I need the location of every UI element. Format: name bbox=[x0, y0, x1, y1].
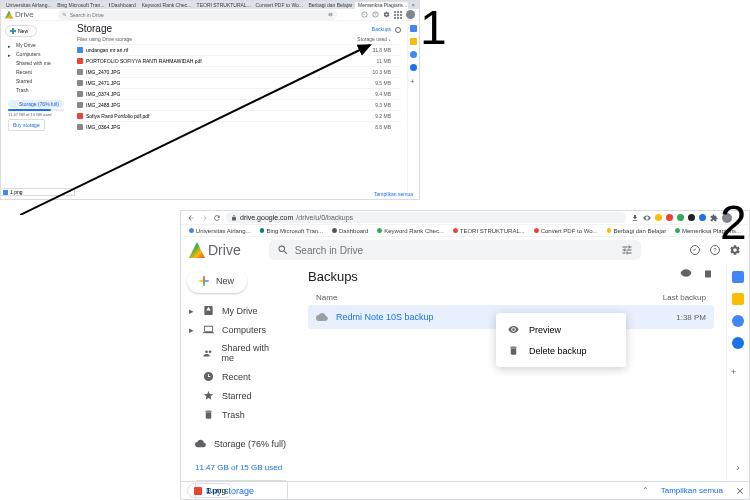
back-button[interactable] bbox=[187, 214, 195, 222]
star-icon bbox=[203, 390, 214, 401]
tune-icon[interactable] bbox=[328, 12, 333, 17]
view-details-icon[interactable] bbox=[680, 267, 692, 279]
download-chip[interactable]: 1.png bbox=[187, 483, 233, 498]
expand-icon[interactable]: ▸ bbox=[189, 325, 195, 335]
extensions-icon[interactable] bbox=[710, 214, 718, 222]
new-button[interactable]: New bbox=[187, 269, 247, 293]
sidebar-item-shared[interactable]: Shared with me bbox=[187, 339, 290, 367]
column-last-backup[interactable]: Last backup bbox=[663, 293, 706, 302]
contacts-icon[interactable] bbox=[732, 337, 744, 349]
sidebar-item-my-drive[interactable]: ▸My Drive bbox=[5, 41, 67, 49]
eye-icon[interactable] bbox=[643, 214, 651, 222]
extension-icon[interactable] bbox=[699, 214, 706, 221]
bookmark-item[interactable]: Convert PDF to Wo... bbox=[530, 227, 602, 235]
browser-tab-active[interactable]: Memeriksa Plagiaris... bbox=[355, 2, 408, 9]
sidebar-item-starred[interactable]: Starred bbox=[187, 386, 290, 405]
keep-icon[interactable] bbox=[732, 293, 744, 305]
column-name[interactable]: Name bbox=[316, 293, 337, 302]
addons-plus-icon[interactable]: + bbox=[410, 77, 417, 86]
search-bar[interactable] bbox=[58, 10, 337, 20]
forward-button[interactable] bbox=[200, 214, 208, 222]
file-row[interactable]: undangan mr ari.rtf31.8 MB bbox=[77, 44, 401, 55]
bookmark-item[interactable]: Universitas Airlang... bbox=[185, 227, 255, 235]
browser-tab[interactable]: Keyword Rank Chec... bbox=[139, 2, 193, 9]
keep-icon[interactable] bbox=[410, 38, 417, 45]
account-avatar[interactable] bbox=[406, 10, 415, 19]
file-row[interactable]: IMG_0374.JPG9.4 MB bbox=[77, 88, 401, 99]
browser-tab[interactable]: TEORI STRUKTURAL... bbox=[194, 2, 252, 9]
calendar-icon[interactable] bbox=[410, 25, 417, 32]
chevron-up-icon[interactable]: ⌃ bbox=[68, 189, 72, 195]
buy-storage-button[interactable]: Buy storage bbox=[8, 119, 45, 131]
extension-icon[interactable] bbox=[677, 214, 684, 221]
extension-icon[interactable] bbox=[666, 214, 673, 221]
addons-plus-icon[interactable]: + bbox=[731, 367, 745, 381]
sidebar-item-starred[interactable]: Starred bbox=[5, 77, 67, 85]
support-icon[interactable]: ? bbox=[372, 11, 379, 18]
show-all-link[interactable]: Tampilkan semua bbox=[374, 191, 407, 197]
drive-logo[interactable]: Drive bbox=[5, 10, 34, 19]
download-icon[interactable] bbox=[631, 214, 639, 222]
tasks-icon[interactable] bbox=[410, 51, 417, 58]
bookmark-item[interactable]: Keyword Rank Chec... bbox=[373, 227, 448, 235]
sidebar-item-storage[interactable]: Storage (76% full) bbox=[195, 438, 288, 449]
browser-tab[interactable]: Berbagi dan Belajar bbox=[305, 2, 354, 9]
ready-offline-icon[interactable] bbox=[361, 11, 368, 18]
bookmark-item[interactable]: Berbagi dan Belajar bbox=[603, 227, 671, 235]
sidebar-item-my-drive[interactable]: ▸My Drive bbox=[187, 301, 290, 320]
sidebar-item-trash[interactable]: Trash bbox=[5, 86, 67, 94]
bookmark-item[interactable]: Dashboard bbox=[328, 227, 372, 235]
annotation-number-1: 1 bbox=[420, 0, 447, 55]
file-row[interactable]: IMG_2471.JPG9.5 MB bbox=[77, 77, 401, 88]
context-menu: Preview Delete backup bbox=[496, 313, 626, 367]
context-preview[interactable]: Preview bbox=[496, 319, 626, 340]
collapse-panel-icon[interactable]: › bbox=[736, 462, 739, 473]
sidebar-item-trash[interactable]: Trash bbox=[187, 405, 290, 424]
file-row[interactable]: IMG_2470.JPG10.3 MB bbox=[77, 66, 401, 77]
drive-logo[interactable]: Drive bbox=[189, 242, 241, 258]
search-bar[interactable] bbox=[269, 240, 641, 260]
search-input[interactable] bbox=[70, 12, 325, 18]
sidebar-item-shared[interactable]: Shared with me bbox=[5, 59, 67, 67]
ready-offline-icon[interactable] bbox=[689, 244, 701, 256]
bookmark-item[interactable]: Bing Microsoft Tran... bbox=[256, 227, 328, 235]
sidebar-item-storage[interactable]: Storage (76% full) bbox=[8, 100, 64, 108]
reload-button[interactable] bbox=[213, 214, 221, 222]
settings-icon[interactable] bbox=[383, 11, 390, 18]
close-icon[interactable] bbox=[735, 486, 745, 496]
show-all-downloads[interactable]: Tampilkan semua bbox=[653, 486, 731, 495]
extension-icon[interactable] bbox=[655, 214, 662, 221]
download-bar: 1.png ⌃ Tampilkan semua bbox=[181, 481, 749, 499]
file-row[interactable]: PORTOFOLIO SOFIYYA RANTI RAHMAWIDAH.pdf1… bbox=[77, 55, 401, 66]
column-storage-used[interactable]: Storage used ↓ bbox=[357, 36, 391, 42]
calendar-icon[interactable] bbox=[732, 271, 744, 283]
new-button[interactable]: New bbox=[5, 25, 37, 37]
apps-icon[interactable] bbox=[394, 11, 402, 19]
contacts-icon[interactable] bbox=[410, 64, 417, 71]
delete-icon[interactable] bbox=[702, 267, 714, 279]
tasks-icon[interactable] bbox=[732, 315, 744, 327]
file-row[interactable]: Sofiya Ranti Portfolio pdf.pdf9.2 MB bbox=[77, 110, 401, 121]
chevron-up-icon[interactable]: ⌃ bbox=[642, 486, 649, 495]
close-icon[interactable]: × bbox=[409, 2, 417, 8]
sidebar-item-recent[interactable]: Recent bbox=[187, 367, 290, 386]
browser-tab[interactable]: Convert PDF to Wo... bbox=[253, 2, 305, 9]
sidebar-item-computers[interactable]: ▸Computers bbox=[187, 320, 290, 339]
browser-tab[interactable]: Bing Microsoft Tran... bbox=[54, 2, 106, 9]
info-icon[interactable] bbox=[395, 27, 401, 33]
extension-icon[interactable] bbox=[688, 214, 695, 221]
context-delete[interactable]: Delete backup bbox=[496, 340, 626, 361]
file-row[interactable]: IMG_2488.JPG9.3 MB bbox=[77, 99, 401, 110]
browser-tab[interactable]: Universitas Airlang... bbox=[3, 2, 53, 9]
download-bar[interactable]: 1.png ⌃ bbox=[0, 188, 75, 196]
file-row[interactable]: IMG_0364.JPG8.8 MB bbox=[77, 121, 401, 132]
bookmark-item[interactable]: TEORI STRUKTURAL... bbox=[449, 227, 529, 235]
sidebar-item-recent[interactable]: Recent bbox=[5, 68, 67, 76]
address-bar[interactable]: drive.google.com/drive/u/0/backups bbox=[226, 212, 626, 223]
browser-tab[interactable]: Dashboard bbox=[107, 2, 138, 9]
backups-link[interactable]: Backups bbox=[372, 26, 391, 32]
expand-icon[interactable]: ▸ bbox=[189, 306, 195, 316]
search-input[interactable] bbox=[295, 245, 615, 256]
tune-icon[interactable] bbox=[621, 244, 633, 256]
sidebar-item-computers[interactable]: ▸Computers bbox=[5, 50, 67, 58]
